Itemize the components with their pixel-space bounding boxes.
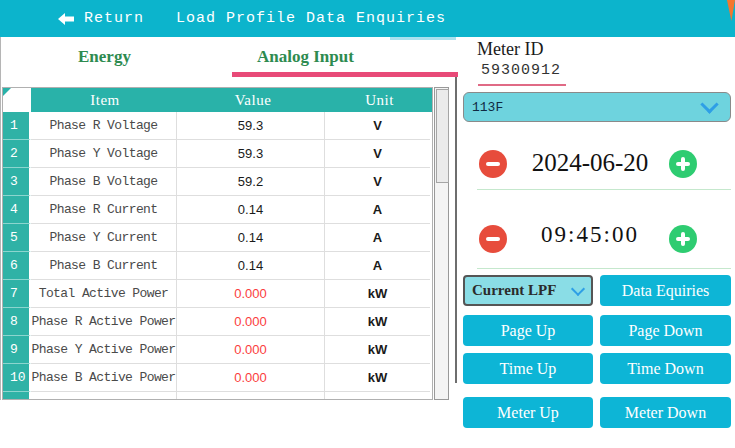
table-row: 8 Phase R Active Power 0.000 kW xyxy=(3,308,432,336)
meter-up-button[interactable]: Meter Up xyxy=(463,397,593,428)
row-number: 9 xyxy=(3,336,31,364)
chevron-down-icon xyxy=(571,281,585,295)
row-number: 7 xyxy=(3,280,31,308)
table-row: 10 Phase B Active Power 0.000 kW xyxy=(3,364,432,392)
value-cell: 59.2 xyxy=(177,168,325,196)
date-value: 2024-06-20 xyxy=(516,149,664,177)
value-cell: 0.000 xyxy=(177,364,325,392)
lpf-select-value: Current LPF xyxy=(472,282,556,299)
row-number: 11 xyxy=(3,392,31,400)
row-number: 6 xyxy=(3,252,31,280)
plus-icon-v xyxy=(681,157,685,171)
tab-energy[interactable]: Energy xyxy=(78,47,131,67)
item-cell: Phase Y Current xyxy=(31,224,177,252)
value-cell: 0.000 xyxy=(177,336,325,364)
panel-divider xyxy=(455,77,457,383)
table-header-row: Item Value Unit xyxy=(3,88,432,112)
unit-cell: kW xyxy=(325,308,430,336)
table-row: 1 Phase R Voltage 59.3 V xyxy=(3,112,432,140)
table-row: 7 Total Active Power 0.000 kW xyxy=(3,280,432,308)
column-header-unit: Unit xyxy=(327,88,432,112)
item-cell: Phase R Current xyxy=(31,196,177,224)
column-header-item: Item xyxy=(31,88,179,112)
row-number: 5 xyxy=(3,224,31,252)
unit-cell: A xyxy=(325,252,430,280)
separator xyxy=(477,189,731,190)
row-number: 10 xyxy=(3,364,31,392)
item-cell xyxy=(31,392,177,400)
top-bar: Return Load Profile Data Enquiries xyxy=(0,0,735,37)
time-up-button[interactable]: Time Up xyxy=(463,353,593,384)
value-cell: 0.000 xyxy=(177,308,325,336)
scrollbar-thumb[interactable] xyxy=(436,89,449,183)
meter-id-value: 59300912 xyxy=(481,62,561,79)
unit-cell xyxy=(325,392,430,400)
item-cell: Phase Y Voltage xyxy=(31,140,177,168)
row-number: 4 xyxy=(3,196,31,224)
meter-id-label: Meter ID xyxy=(477,39,543,60)
table-row: 9 Phase Y Active Power 0.000 kW xyxy=(3,336,432,364)
unit-cell: A xyxy=(325,196,430,224)
item-cell: Phase R Voltage xyxy=(31,112,177,140)
unit-cell: kW xyxy=(325,364,430,392)
table-row: 11 xyxy=(3,392,432,400)
meter-id-underline xyxy=(478,84,566,86)
unit-cell: V xyxy=(325,140,430,168)
meter-down-button[interactable]: Meter Down xyxy=(600,397,731,428)
item-cell: Total Active Power xyxy=(31,280,177,308)
plus-icon-v xyxy=(681,232,685,246)
topbar-underline xyxy=(390,37,456,40)
value-cell: 0.000 xyxy=(177,280,325,308)
page-up-button[interactable]: Page Up xyxy=(463,315,593,346)
load-profile-screen: Return Load Profile Data Enquiries Energ… xyxy=(0,0,735,448)
unit-cell: A xyxy=(325,224,430,252)
item-cell: Phase Y Active Power xyxy=(31,336,177,364)
table-row: 2 Phase Y Voltage 59.3 V xyxy=(3,140,432,168)
table-row: 5 Phase Y Current 0.14 A xyxy=(3,224,432,252)
value-cell: 59.3 xyxy=(177,140,325,168)
lpf-select[interactable]: Current LPF xyxy=(463,275,593,306)
unit-cell: kW xyxy=(325,280,430,308)
table-corner-cell xyxy=(3,88,31,112)
separator xyxy=(477,268,731,269)
register-code-dropdown[interactable]: 113F xyxy=(463,92,731,122)
value-cell xyxy=(177,392,325,400)
table-row: 4 Phase R Current 0.14 A xyxy=(3,196,432,224)
back-arrow-icon xyxy=(58,13,74,25)
column-header-value: Value xyxy=(179,88,327,112)
left-edge-border xyxy=(0,37,1,400)
time-down-button[interactable]: Time Down xyxy=(600,353,731,384)
item-cell: Phase B Active Power xyxy=(31,364,177,392)
unit-cell: kW xyxy=(325,336,430,364)
row-number: 8 xyxy=(3,308,31,336)
chevron-down-icon xyxy=(700,95,718,113)
row-number: 1 xyxy=(3,112,31,140)
data-enquiries-button[interactable]: Data Equiries xyxy=(600,275,731,306)
unit-cell: V xyxy=(325,112,430,140)
time-minus-button[interactable] xyxy=(479,225,507,253)
time-value: 09:45:00 xyxy=(516,222,664,248)
unit-cell: V xyxy=(325,168,430,196)
date-minus-button[interactable] xyxy=(479,150,507,178)
time-plus-button[interactable] xyxy=(669,225,697,253)
item-cell: Phase B Voltage xyxy=(31,168,177,196)
analog-input-table: Item Value Unit 1 Phase R Voltage 59.3 V… xyxy=(2,87,433,400)
item-cell: Phase R Active Power xyxy=(31,308,177,336)
page-down-button[interactable]: Page Down xyxy=(600,315,731,346)
register-code-value: 113F xyxy=(472,100,503,115)
value-cell: 0.14 xyxy=(177,196,325,224)
value-cell: 0.14 xyxy=(177,252,325,280)
minus-icon xyxy=(486,237,500,241)
value-cell: 0.14 xyxy=(177,224,325,252)
row-number: 3 xyxy=(3,168,31,196)
row-number: 2 xyxy=(3,140,31,168)
table-row: 3 Phase B Voltage 59.2 V xyxy=(3,168,432,196)
date-plus-button[interactable] xyxy=(669,150,697,178)
tab-analog-input[interactable]: Analog Input xyxy=(257,47,354,67)
page-title: Load Profile Data Enquiries xyxy=(176,10,446,27)
item-cell: Phase B Current xyxy=(31,252,177,280)
return-label: Return xyxy=(84,10,144,27)
return-button[interactable]: Return xyxy=(58,10,144,27)
table-row: 6 Phase B Current 0.14 A xyxy=(3,252,432,280)
table-scrollbar[interactable] xyxy=(434,87,449,400)
